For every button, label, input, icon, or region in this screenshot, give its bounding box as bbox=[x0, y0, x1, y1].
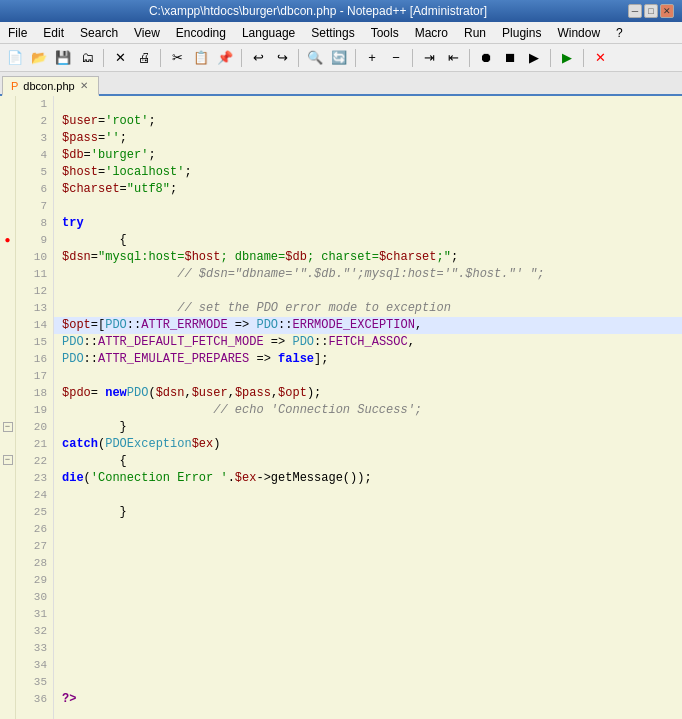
line-number-8: 8 bbox=[22, 215, 47, 232]
cut-button[interactable]: ✂ bbox=[166, 47, 188, 69]
code-line-13: // set the PDO error mode to exception bbox=[54, 300, 682, 317]
gutter-line-8 bbox=[0, 215, 15, 232]
gutter-line-25 bbox=[0, 502, 15, 519]
gutter-line-24 bbox=[0, 485, 15, 502]
menu-bar: File Edit Search View Encoding Language … bbox=[0, 22, 682, 44]
menu-plugins[interactable]: Plugins bbox=[494, 22, 549, 43]
code-line-11: // $dsn="dbname='".$db."';mysql:host='".… bbox=[54, 266, 682, 283]
menu-file[interactable]: File bbox=[0, 22, 35, 43]
indent-button[interactable]: ⇥ bbox=[418, 47, 440, 69]
line-number-32: 32 bbox=[22, 623, 47, 640]
open-button[interactable]: 📂 bbox=[28, 47, 50, 69]
tab-bar: P dbcon.php ✕ bbox=[0, 72, 682, 96]
line-number-30: 30 bbox=[22, 589, 47, 606]
line-number-18: 18 bbox=[22, 385, 47, 402]
save-button[interactable]: 💾 bbox=[52, 47, 74, 69]
menu-edit[interactable]: Edit bbox=[35, 22, 72, 43]
gutter-line-18 bbox=[0, 385, 15, 402]
run-button[interactable]: ▶ bbox=[556, 47, 578, 69]
code-line-12 bbox=[54, 283, 682, 300]
line-number-26: 26 bbox=[22, 521, 47, 538]
code-line-22: { bbox=[54, 453, 682, 470]
close-doc-button[interactable]: ✕ bbox=[589, 47, 611, 69]
line-number-35: 35 bbox=[22, 674, 47, 691]
tab-close-icon[interactable]: ✕ bbox=[80, 80, 88, 91]
menu-encoding[interactable]: Encoding bbox=[168, 22, 234, 43]
menu-settings[interactable]: Settings bbox=[303, 22, 362, 43]
line-number-19: 19 bbox=[22, 402, 47, 419]
menu-help[interactable]: ? bbox=[608, 22, 631, 43]
line-number-17: 17 bbox=[22, 368, 47, 385]
toolbar: 📄 📂 💾 🗂 ✕ 🖨 ✂ 📋 📌 ↩ ↪ 🔍 🔄 + − ⇥ ⇤ ⏺ ⏹ ▶ … bbox=[0, 44, 682, 72]
code-line-33 bbox=[54, 640, 682, 657]
tab-icon: P bbox=[11, 80, 18, 92]
print-button[interactable]: 🖨 bbox=[133, 47, 155, 69]
line-number-9: 9 bbox=[22, 232, 47, 249]
menu-tools[interactable]: Tools bbox=[363, 22, 407, 43]
line-number-15: 15 bbox=[22, 334, 47, 351]
gutter-line-15 bbox=[0, 334, 15, 351]
close-button[interactable]: ✕ bbox=[660, 4, 674, 18]
line-number-34: 34 bbox=[22, 657, 47, 674]
line-number-12: 12 bbox=[22, 283, 47, 300]
code-line-25: } bbox=[54, 504, 682, 521]
code-line-14: $opt=[PDO::ATTR_ERRMODE => PDO::ERRMODE_… bbox=[54, 317, 682, 334]
window-controls[interactable]: ─ □ ✕ bbox=[628, 4, 674, 18]
code-line-28 bbox=[54, 555, 682, 572]
code-line-21: catch(PDOException $ex) bbox=[54, 436, 682, 453]
line-number-25: 25 bbox=[22, 504, 47, 521]
toolbar-sep-5 bbox=[355, 49, 356, 67]
gutter-line-1 bbox=[0, 96, 15, 113]
gutter-line-10 bbox=[0, 249, 15, 266]
gutter-line-11 bbox=[0, 266, 15, 283]
code-line-23: die('Connection Error '.$ex->getMessage(… bbox=[54, 470, 682, 487]
menu-window[interactable]: Window bbox=[549, 22, 608, 43]
macro-rec-button[interactable]: ⏺ bbox=[475, 47, 497, 69]
toolbar-sep-8 bbox=[550, 49, 551, 67]
macro-stop-button[interactable]: ⏹ bbox=[499, 47, 521, 69]
zoom-out-button[interactable]: − bbox=[385, 47, 407, 69]
line-number-27: 27 bbox=[22, 538, 47, 555]
paste-button[interactable]: 📌 bbox=[214, 47, 236, 69]
line-number-20: 20 bbox=[22, 419, 47, 436]
gutter-line-14 bbox=[0, 317, 15, 334]
copy-button[interactable]: 📋 bbox=[190, 47, 212, 69]
code-line-2: $user='root'; bbox=[54, 113, 682, 130]
new-button[interactable]: 📄 bbox=[4, 47, 26, 69]
menu-macro[interactable]: Macro bbox=[407, 22, 456, 43]
save-all-button[interactable]: 🗂 bbox=[76, 47, 98, 69]
gutter-line-5 bbox=[0, 164, 15, 181]
gutter-line-21 bbox=[0, 435, 15, 452]
replace-button[interactable]: 🔄 bbox=[328, 47, 350, 69]
line-number-23: 23 bbox=[22, 470, 47, 487]
undo-button[interactable]: ↩ bbox=[247, 47, 269, 69]
line-number-1: 1 bbox=[22, 96, 47, 113]
find-button[interactable]: 🔍 bbox=[304, 47, 326, 69]
tab-dbcon[interactable]: P dbcon.php ✕ bbox=[2, 76, 99, 96]
line-number-10: 10 bbox=[22, 249, 47, 266]
line-number-22: 22 bbox=[22, 453, 47, 470]
gutter-line-13 bbox=[0, 300, 15, 317]
toolbar-sep-9 bbox=[583, 49, 584, 67]
menu-language[interactable]: Language bbox=[234, 22, 303, 43]
code-editor[interactable]: $user='root'; $pass=''; $db='burger'; $h… bbox=[54, 96, 682, 719]
title-bar: C:\xampp\htdocs\burger\dbcon.php - Notep… bbox=[0, 0, 682, 22]
menu-view[interactable]: View bbox=[126, 22, 168, 43]
minimize-button[interactable]: ─ bbox=[628, 4, 642, 18]
code-line-35 bbox=[54, 674, 682, 691]
outdent-button[interactable]: ⇤ bbox=[442, 47, 464, 69]
tab-label: dbcon.php bbox=[23, 80, 74, 92]
line-number-36: 36 bbox=[22, 691, 47, 708]
redo-button[interactable]: ↪ bbox=[271, 47, 293, 69]
line-number-29: 29 bbox=[22, 572, 47, 589]
menu-search[interactable]: Search bbox=[72, 22, 126, 43]
line-number-31: 31 bbox=[22, 606, 47, 623]
macro-play-button[interactable]: ▶ bbox=[523, 47, 545, 69]
zoom-in-button[interactable]: + bbox=[361, 47, 383, 69]
code-line-31 bbox=[54, 606, 682, 623]
maximize-button[interactable]: □ bbox=[644, 4, 658, 18]
line-number-21: 21 bbox=[22, 436, 47, 453]
close-button-tb[interactable]: ✕ bbox=[109, 47, 131, 69]
menu-run[interactable]: Run bbox=[456, 22, 494, 43]
line-number-2: 2 bbox=[22, 113, 47, 130]
